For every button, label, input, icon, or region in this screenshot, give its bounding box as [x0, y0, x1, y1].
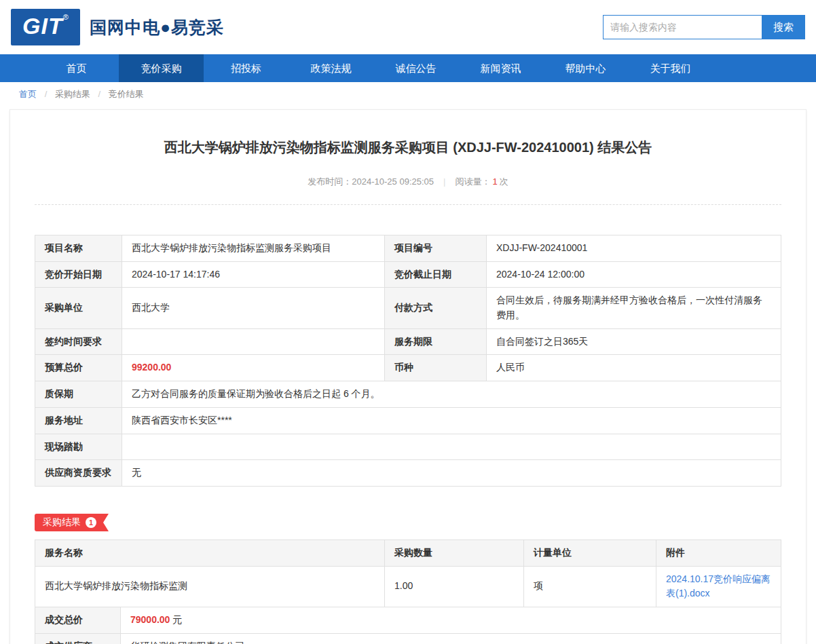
nav-item-help-center[interactable]: 帮助中心 — [543, 54, 628, 82]
breadcrumb-purchase-results[interactable]: 采购结果 — [55, 89, 90, 99]
field-value — [122, 328, 385, 355]
site-title: 国网中电●易竞采 — [90, 16, 224, 39]
views-count: 1 — [492, 176, 497, 187]
top-header: GIT ® 国网中电●易竞采 搜索 — [0, 0, 816, 54]
field-label: 币种 — [385, 355, 487, 381]
field-label: 服务地址 — [35, 407, 122, 434]
field-label: 质保期 — [35, 381, 122, 408]
announcement-card: 西北大学锅炉排放污染物指标监测服务采购项目 (XDJJ-FW-202410001… — [10, 109, 806, 644]
table-row: 预算总价 99200.00 币种 人民币 — [35, 355, 781, 381]
field-label: 成交供应商 — [35, 633, 121, 644]
field-label: 成交总价 — [35, 607, 121, 633]
field-label: 付款方式 — [385, 288, 487, 328]
breadcrumb-separator: / — [98, 89, 101, 99]
unit-cell: 项 — [524, 566, 656, 607]
logo-text: GIT — [22, 9, 63, 43]
views-unit: 次 — [500, 176, 508, 187]
nav-item-news[interactable]: 新闻资讯 — [458, 54, 543, 82]
table-row: 供应商资质要求 无 — [35, 460, 781, 487]
field-value — [122, 434, 781, 460]
field-value: 西北大学 — [122, 288, 385, 328]
column-header-service-name: 服务名称 — [35, 539, 385, 566]
meta-separator: | — [443, 176, 445, 187]
table-row: 现场踏勘 — [35, 434, 781, 460]
field-label: 项目编号 — [385, 235, 487, 262]
field-label: 竞价截止日期 — [385, 261, 487, 288]
field-value: 2024-10-24 12:00:00 — [487, 261, 781, 288]
field-value: 无 — [122, 460, 781, 487]
field-value: 合同生效后，待服务期满并经甲方验收合格后，一次性付清服务费用。 — [487, 288, 781, 328]
field-label: 现场踏勘 — [35, 434, 122, 460]
nav-item-policies[interactable]: 政策法规 — [289, 54, 373, 82]
field-value: 陕西省西安市长安区**** — [122, 407, 781, 434]
table-header-row: 服务名称 采购数量 计量单位 附件 — [35, 539, 781, 566]
column-header-unit: 计量单位 — [524, 539, 656, 566]
supplier-value: 华研检测集团有限责任公司 — [121, 633, 781, 644]
badge-label: 采购结果 — [43, 516, 81, 529]
search-area: 搜索 — [603, 15, 805, 39]
main-nav: 首页 竞价采购 招投标 政策法规 诚信公告 新闻资讯 帮助中心 关于我们 — [0, 54, 816, 82]
field-label: 竞价开始日期 — [35, 261, 122, 288]
field-label: 项目名称 — [35, 235, 122, 262]
table-row: 竞价开始日期 2024-10-17 14:17:46 竞价截止日期 2024-1… — [35, 261, 781, 288]
breadcrumb-bidding-results: 竞价结果 — [109, 89, 144, 99]
field-label: 预算总价 — [35, 355, 122, 381]
quantity-cell: 1.00 — [385, 566, 524, 607]
column-header-quantity: 采购数量 — [385, 539, 524, 566]
table-row: 西北大学锅炉排放污染物指标监测 1.00 项 2024.10.17竞价响应偏离表… — [35, 566, 781, 607]
nav-item-bidding-purchase[interactable]: 竞价采购 — [119, 54, 204, 82]
breadcrumb-home[interactable]: 首页 — [19, 89, 37, 99]
result-footer-table: 成交总价 79000.00 元 成交供应商 华研检测集团有限责任公司 质保及售后… — [35, 607, 781, 644]
table-row: 成交供应商 华研检测集团有限责任公司 — [35, 633, 781, 644]
logo-registered-mark: ® — [63, 12, 69, 22]
service-name-cell: 西北大学锅炉排放污染物指标监测 — [35, 566, 385, 607]
search-button[interactable]: 搜索 — [762, 15, 805, 39]
field-label: 采购单位 — [35, 288, 122, 328]
article-meta: 发布时间：2024-10-25 09:25:05|阅读量：1次 — [10, 176, 806, 188]
attachment-link[interactable]: 2024.10.17竞价响应偏离表(1).docx — [666, 573, 771, 599]
deal-price-value: 79000.00 — [130, 614, 170, 625]
nav-item-about-us[interactable]: 关于我们 — [628, 54, 713, 82]
deal-price-unit: 元 — [170, 614, 182, 625]
table-row: 质保期 乙方对合同服务的质量保证期为验收合格后之日起 6 个月。 — [35, 381, 781, 408]
field-value: 人民币 — [487, 355, 781, 381]
field-value: 西北大学锅炉排放污染物指标监测服务采购项目 — [122, 235, 385, 262]
publish-time-value: 2024-10-25 09:25:05 — [352, 176, 434, 187]
field-value: 2024-10-17 14:17:46 — [122, 261, 385, 288]
views-label: 阅读量： — [455, 176, 490, 187]
field-label: 供应商资质要求 — [35, 460, 122, 487]
deal-price-cell: 79000.00 元 — [121, 607, 781, 633]
field-value: 自合同签订之日365天 — [487, 328, 781, 355]
badge-count: 1 — [86, 517, 96, 528]
nav-item-home[interactable]: 首页 — [34, 54, 119, 82]
nav-item-integrity-notice[interactable]: 诚信公告 — [373, 54, 458, 82]
purchase-result-badge: 采购结果 1 — [35, 514, 109, 531]
publish-time-label: 发布时间： — [308, 176, 352, 187]
breadcrumb: 首页 / 采购结果 / 竞价结果 — [0, 82, 816, 107]
page-title: 西北大学锅炉排放污染物指标监测服务采购项目 (XDJJ-FW-202410001… — [10, 110, 806, 157]
field-value: XDJJ-FW-202410001 — [487, 235, 781, 262]
project-info-table: 项目名称 西北大学锅炉排放污染物指标监测服务采购项目 项目编号 XDJJ-FW-… — [35, 235, 781, 487]
table-row: 签约时间要求 服务期限 自合同签订之日365天 — [35, 328, 781, 355]
field-label: 服务期限 — [385, 328, 487, 355]
purchase-result-table: 服务名称 采购数量 计量单位 附件 西北大学锅炉排放污染物指标监测 1.00 项… — [35, 539, 781, 607]
table-row: 项目名称 西北大学锅炉排放污染物指标监测服务采购项目 项目编号 XDJJ-FW-… — [35, 235, 781, 262]
field-value: 乙方对合同服务的质量保证期为验收合格后之日起 6 个月。 — [122, 381, 781, 408]
column-header-attachment: 附件 — [656, 539, 781, 566]
search-input[interactable] — [603, 15, 762, 39]
breadcrumb-separator: / — [45, 89, 48, 99]
table-row: 成交总价 79000.00 元 — [35, 607, 781, 633]
budget-total-value: 99200.00 — [122, 355, 385, 381]
table-row: 服务地址 陕西省西安市长安区**** — [35, 407, 781, 434]
site-logo[interactable]: GIT ® — [11, 9, 80, 45]
table-row: 采购单位 西北大学 付款方式 合同生效后，待服务期满并经甲方验收合格后，一次性付… — [35, 288, 781, 328]
divider — [35, 204, 781, 205]
nav-item-tendering[interactable]: 招投标 — [204, 54, 289, 82]
field-label: 签约时间要求 — [35, 328, 122, 355]
